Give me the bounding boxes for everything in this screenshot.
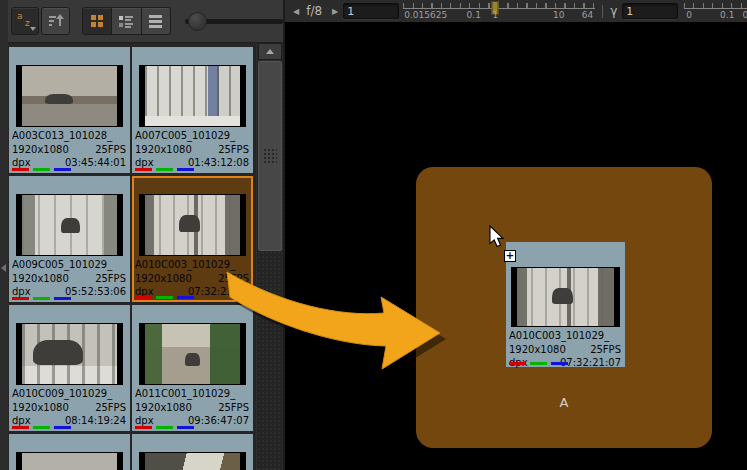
drag-ghost-tile: A010C003_101029_ 1920x108025FPS dpx07:32… bbox=[506, 242, 625, 367]
gamma-symbol: γ bbox=[610, 4, 617, 18]
detail-view-button[interactable] bbox=[112, 7, 141, 35]
clip-fps: 25FPS bbox=[218, 143, 249, 157]
viewer-toolbar: ◀ f/8 ▶ 0.015625 0.1 1 10 64 γ 0 0.1 0. bbox=[285, 0, 747, 23]
gamma-tick-label: 0 bbox=[686, 10, 692, 20]
grid-view-icon bbox=[90, 14, 104, 28]
clip-resolution: 1920x1080 bbox=[509, 343, 566, 357]
clip-tile[interactable]: A010C009_101029_ 1920x108025FPS dpx08:14… bbox=[9, 305, 130, 431]
clip-tile[interactable] bbox=[9, 434, 130, 470]
viewer-panel: ◀ f/8 ▶ 0.015625 0.1 1 10 64 γ 0 0.1 0. bbox=[283, 0, 747, 470]
clip-thumbnail bbox=[16, 323, 123, 385]
clip-resolution: 1920x1080 bbox=[135, 401, 192, 415]
clip-tile[interactable] bbox=[132, 434, 253, 470]
clip-name: A003C013_101028_ bbox=[12, 129, 126, 143]
clip-name: A009C005_101029_ bbox=[12, 258, 126, 272]
gain-input[interactable] bbox=[343, 3, 399, 19]
sort-z-label: z bbox=[25, 18, 30, 28]
clip-fps: 25FPS bbox=[590, 343, 621, 357]
sort-direction-button[interactable] bbox=[41, 7, 69, 35]
gamma-slider-ticks bbox=[684, 3, 747, 9]
gain-tick-label: 0.015625 bbox=[404, 10, 447, 20]
rgb-channel-bars bbox=[135, 296, 198, 299]
sort-order-button[interactable]: a z bbox=[11, 7, 39, 35]
clip-tile[interactable]: A011C001_101029_ 1920x108025FPS dpx09:36… bbox=[132, 305, 253, 431]
clip-bin-panel: a z bbox=[0, 0, 283, 470]
clip-name: A007C005_101029_ bbox=[135, 129, 249, 143]
gamma-tick-label: 0. bbox=[743, 10, 747, 20]
clip-thumbnail bbox=[16, 452, 123, 470]
chevron-down-icon bbox=[30, 27, 36, 31]
thumbnail-size-slider[interactable] bbox=[185, 8, 283, 34]
media-bin-and-viewer-window: a z bbox=[0, 0, 747, 470]
exposure-label: f/8 bbox=[306, 4, 322, 18]
grid-view-button[interactable] bbox=[82, 7, 112, 35]
gain-tick-label: 1 bbox=[493, 10, 499, 20]
clip-fps: 25FPS bbox=[218, 272, 249, 286]
clip-resolution: 1920x1080 bbox=[135, 143, 192, 157]
clip-thumbnail bbox=[16, 194, 123, 256]
gamma-tick-label: 0.1 bbox=[720, 10, 734, 20]
clip-resolution: 1920x1080 bbox=[12, 143, 69, 157]
scrollbar-grip-icon bbox=[263, 148, 277, 164]
slider-knob[interactable] bbox=[188, 12, 207, 31]
clip-tile-selected[interactable]: A010C003_101029_ 1920x108025FPS dpx07:32… bbox=[132, 176, 253, 302]
clip-resolution: 1920x1080 bbox=[135, 272, 192, 286]
clip-resolution: 1920x1080 bbox=[12, 401, 69, 415]
viewer-viewport: A A010C003_101029_ 1920x108025FPS dpx07:… bbox=[285, 22, 747, 470]
clip-fps: 25FPS bbox=[95, 401, 126, 415]
arrow-up-icon bbox=[266, 49, 274, 54]
sort-ascending-icon bbox=[48, 14, 64, 28]
gain-tick-label: 0.1 bbox=[467, 10, 481, 20]
exposure-prev-button[interactable]: ◀ bbox=[291, 5, 301, 18]
gain-slider-ticks bbox=[403, 3, 595, 9]
scroll-up-button[interactable] bbox=[258, 43, 282, 60]
detail-view-icon bbox=[118, 14, 134, 29]
rgb-channel-bars bbox=[12, 297, 75, 300]
gain-slider[interactable]: 0.015625 0.1 1 10 64 bbox=[403, 1, 595, 21]
gamma-input[interactable] bbox=[622, 3, 678, 19]
list-view-icon bbox=[148, 14, 163, 28]
clip-thumbnail bbox=[139, 194, 246, 256]
drop-track-label: A bbox=[416, 395, 712, 410]
clip-name: A010C003_101029_ bbox=[509, 329, 621, 343]
rgb-channel-bars bbox=[509, 362, 572, 365]
clip-thumbnail bbox=[139, 65, 246, 127]
rgb-channel-bars bbox=[12, 168, 75, 171]
clip-thumbnail bbox=[139, 452, 246, 470]
copy-plus-badge: + bbox=[504, 250, 516, 262]
vertical-scrollbar[interactable] bbox=[257, 43, 283, 470]
clip-thumbnail bbox=[139, 323, 246, 385]
clip-tile[interactable]: A003C013_101028_ 1920x108025FPS dpx03:45… bbox=[9, 47, 130, 173]
clip-fps: 25FPS bbox=[95, 272, 126, 286]
gain-tick-label: 10 bbox=[553, 10, 564, 20]
scrollbar-thumb[interactable] bbox=[258, 61, 282, 251]
panel-collapse-arrow-icon bbox=[1, 264, 6, 272]
list-view-button[interactable] bbox=[142, 7, 171, 35]
clip-thumbnail bbox=[511, 267, 620, 327]
clip-resolution: 1920x1080 bbox=[12, 272, 69, 286]
mouse-cursor-icon bbox=[489, 225, 507, 249]
gamma-slider[interactable]: 0 0.1 0. bbox=[684, 1, 747, 21]
clip-thumbnail bbox=[16, 65, 123, 127]
clip-fps: 25FPS bbox=[95, 143, 126, 157]
rgb-channel-bars bbox=[12, 426, 75, 429]
rgb-channel-bars bbox=[135, 168, 198, 171]
toolbar-separator bbox=[602, 5, 603, 18]
sort-a-label: a bbox=[17, 11, 23, 21]
clip-tile[interactable]: A007C005_101029_ 1920x108025FPS dpx01:43… bbox=[132, 47, 253, 173]
clip-grid: A003C013_101028_ 1920x108025FPS dpx03:45… bbox=[8, 43, 256, 470]
clip-fps: 25FPS bbox=[218, 401, 249, 415]
clip-name: A011C001_101029_ bbox=[135, 387, 249, 401]
rgb-channel-bars bbox=[135, 426, 198, 429]
gain-tick-label: 64 bbox=[582, 10, 593, 20]
clip-name: A010C009_101029_ bbox=[12, 387, 126, 401]
exposure-next-button[interactable]: ▶ bbox=[330, 5, 340, 18]
clip-tile[interactable]: A009C005_101029_ 1920x108025FPS dpx05:52… bbox=[9, 176, 130, 302]
clip-name: A010C003_101029_ bbox=[135, 258, 249, 272]
bin-toolbar: a z bbox=[8, 0, 283, 43]
